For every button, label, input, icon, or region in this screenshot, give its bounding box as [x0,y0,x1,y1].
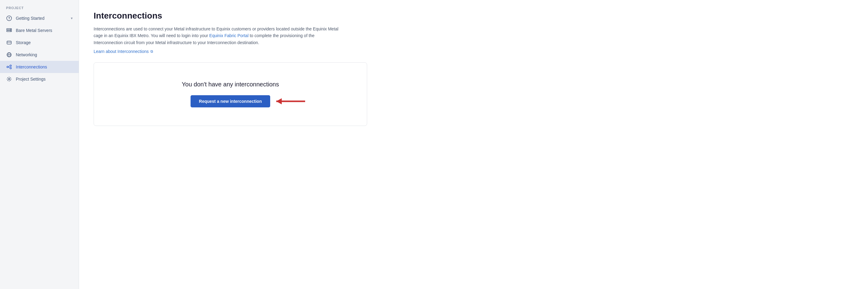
svg-marker-18 [276,98,282,104]
svg-point-13 [10,67,11,69]
settings-icon [6,76,12,82]
svg-point-16 [8,79,10,80]
sidebar-item-storage[interactable]: Storage [0,36,79,49]
sidebar-item-interconnections-label: Interconnections [16,64,73,69]
sidebar-item-interconnections[interactable]: Interconnections [0,61,79,73]
page-title: Interconnections [94,11,854,21]
svg-text:?: ? [8,17,10,20]
arrow-svg [270,95,307,107]
sidebar-item-storage-label: Storage [16,40,73,45]
description: Interconnections are used to connect you… [94,26,343,46]
svg-point-4 [10,29,11,30]
svg-rect-6 [7,41,11,44]
cta-wrapper: Request a new interconnection [191,95,271,107]
svg-point-12 [10,65,11,67]
svg-point-5 [10,31,11,31]
sidebar-item-networking-label: Networking [16,52,73,57]
sidebar-item-networking[interactable]: Networking [0,49,79,61]
empty-state-text: You don't have any interconnections [182,81,279,88]
learn-link-text: Learn about Interconnections [94,49,149,54]
sidebar: PROJECT ? Getting Started ▾ Bare Metal S… [0,0,79,289]
svg-line-14 [8,66,10,67]
equinix-fabric-portal-link[interactable]: Equinix Fabric Portal [209,33,249,38]
svg-point-11 [7,66,8,68]
sidebar-item-bare-metal-servers-label: Bare Metal Servers [16,28,73,33]
sidebar-item-getting-started[interactable]: ? Getting Started ▾ [0,12,79,24]
sidebar-section-label: PROJECT [0,6,79,12]
external-link-icon: ⧉ [150,49,153,54]
servers-icon [6,27,12,33]
empty-state-card: You don't have any interconnections Requ… [94,62,367,126]
learn-link[interactable]: Learn about Interconnections ⧉ [94,49,153,54]
networking-icon [6,52,12,58]
sidebar-item-getting-started-label: Getting Started [16,16,67,21]
chevron-down-icon: ▾ [71,16,73,20]
sidebar-item-project-settings[interactable]: Project Settings [0,73,79,85]
sidebar-item-bare-metal-servers[interactable]: Bare Metal Servers [0,24,79,36]
main-content: Interconnections Interconnections are us… [79,0,868,289]
interconnections-icon [6,64,12,70]
arrow-annotation [270,95,307,107]
storage-icon [6,39,12,46]
getting-started-icon: ? [6,15,12,21]
svg-line-15 [8,67,10,68]
request-interconnection-button[interactable]: Request a new interconnection [191,95,271,107]
sidebar-item-project-settings-label: Project Settings [16,77,73,82]
